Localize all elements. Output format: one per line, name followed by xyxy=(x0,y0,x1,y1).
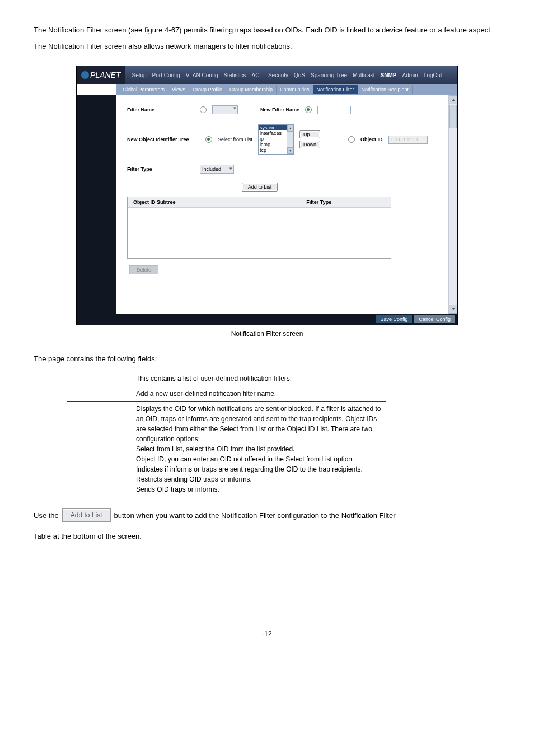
filter-type-select[interactable]: Included xyxy=(200,165,234,174)
filter-table: Object ID Subtree Filter Type xyxy=(127,197,391,259)
content-body: Filter Name New Filter Name New Object I… xyxy=(77,95,457,314)
subnav-global-parameters[interactable]: Global Parameters xyxy=(119,85,168,94)
screenshot-panel: PLANET Setup Port Config VLAN Config Sta… xyxy=(76,66,458,325)
scroll-down-icon[interactable]: ▾ xyxy=(287,147,293,154)
object-id-label: Object ID xyxy=(360,137,383,142)
nav-logout[interactable]: LogOut xyxy=(424,72,442,78)
nav-acl[interactable]: ACL xyxy=(251,72,262,78)
new-filter-name-label: New Filter Name xyxy=(260,107,299,113)
object-id-input[interactable]: 1.3.6.1.2.1.1 xyxy=(388,136,428,144)
add-to-list-button-image: Add to List xyxy=(62,508,111,522)
nav-setup[interactable]: Setup xyxy=(132,72,146,78)
filter-name-radio[interactable] xyxy=(200,106,207,113)
oid-listbox[interactable]: system interfaces ip icmp tcp ▴ ▾ xyxy=(258,124,294,155)
listbox-scrollbar[interactable]: ▴ ▾ xyxy=(287,125,293,154)
cancel-config-button[interactable]: Cancel Config xyxy=(414,315,455,323)
nav-spanning-tree[interactable]: Spanning Tree xyxy=(311,72,347,78)
subnav-communities[interactable]: Communities xyxy=(277,85,313,94)
fields-description-table: This contains a list of user-defined not… xyxy=(67,370,386,498)
nav-qos[interactable]: QoS xyxy=(294,72,305,78)
page-number: -12 xyxy=(34,630,500,638)
field-desc: This contains a list of user-defined not… xyxy=(132,371,296,386)
nav-port-config[interactable]: Port Config xyxy=(152,72,180,78)
nav-snmp[interactable]: SNMP xyxy=(381,72,397,78)
app-header: PLANET Setup Port Config VLAN Config Sta… xyxy=(77,66,457,84)
filter-table-body xyxy=(128,208,391,258)
brand-logo: PLANET xyxy=(77,66,125,84)
subnav-views[interactable]: Views xyxy=(168,85,189,94)
select-from-list-label: Select from List xyxy=(218,137,252,142)
filter-name-label: Filter Name xyxy=(127,107,161,113)
nav-multicast[interactable]: Multicast xyxy=(353,72,374,78)
new-oid-tree-label: New Object Identifier Tree xyxy=(127,137,200,142)
nav-statistics[interactable]: Statistics xyxy=(223,72,246,78)
col-object-id-subtree: Object ID Subtree xyxy=(128,197,247,207)
main-form-area: Filter Name New Filter Name New Object I… xyxy=(116,95,448,314)
subnav-notification-filter[interactable]: Notification Filter xyxy=(313,85,358,94)
main-scrollbar[interactable]: ▴ ▾ xyxy=(448,95,457,314)
up-button[interactable]: Up xyxy=(299,130,320,138)
scroll-up-icon[interactable]: ▴ xyxy=(449,95,457,104)
filter-name-select[interactable] xyxy=(212,105,238,114)
nav-admin[interactable]: Admin xyxy=(402,72,418,78)
select-from-list-radio[interactable] xyxy=(205,136,212,143)
top-nav: Setup Port Config VLAN Config Statistics… xyxy=(132,72,442,78)
sub-nav: Global Parameters Views Group Profile Gr… xyxy=(116,84,457,95)
new-filter-name-radio[interactable] xyxy=(305,106,312,113)
subnav-group-profile[interactable]: Group Profile xyxy=(189,85,226,94)
delete-button[interactable]: Delete xyxy=(129,265,158,274)
col-filter-type: Filter Type xyxy=(247,197,391,207)
filter-type-label: Filter Type xyxy=(127,166,161,172)
footer-actions: Save Config Cancel Config xyxy=(77,314,457,325)
save-config-button[interactable]: Save Config xyxy=(376,315,412,323)
add-to-list-sentence: Use the Add to List button when you want… xyxy=(34,508,500,522)
add-to-list-button[interactable]: Add to List xyxy=(242,183,278,192)
addline-suffix: button when you want to add the Notifica… xyxy=(114,511,396,520)
logo-icon xyxy=(81,71,89,79)
fields-intro: The page contains the following fields: xyxy=(34,354,500,363)
nav-security[interactable]: Security xyxy=(268,72,288,78)
addline-prefix: Use the xyxy=(34,511,59,520)
field-desc: Displays the OID for which notifications… xyxy=(132,402,386,497)
object-id-radio[interactable] xyxy=(348,136,355,143)
intro-text: The Notification Filter screen (see figu… xyxy=(34,22,500,54)
table-text: Table at the bottom of the screen. xyxy=(34,532,500,540)
scroll-down-icon[interactable]: ▾ xyxy=(449,305,457,314)
new-filter-name-input[interactable] xyxy=(317,106,351,114)
subnav-notification-recipient[interactable]: Notification Recipient xyxy=(358,85,413,94)
subnav-group-membership[interactable]: Group Membership xyxy=(226,85,277,94)
field-desc: Add a new user-defined notification filt… xyxy=(132,386,280,401)
logo-text: PLANET xyxy=(90,71,120,80)
scroll-thumb[interactable] xyxy=(449,105,457,128)
down-button[interactable]: Down xyxy=(299,141,320,148)
scroll-up-icon[interactable]: ▴ xyxy=(287,125,293,132)
left-gutter xyxy=(77,95,116,314)
nav-vlan-config[interactable]: VLAN Config xyxy=(186,72,218,78)
figure-caption: Notification Filter screen xyxy=(34,330,500,338)
